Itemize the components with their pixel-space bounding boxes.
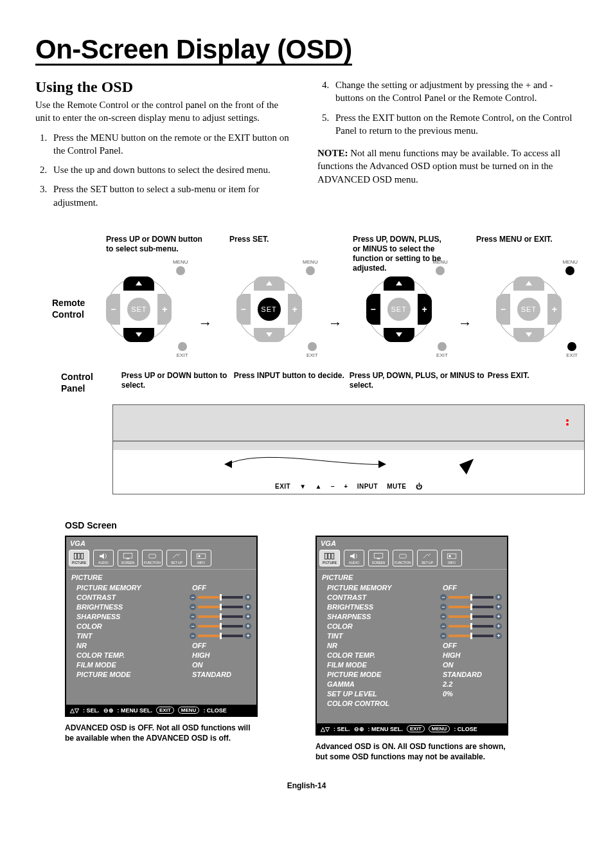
down-button-icon (254, 328, 285, 342)
svg-rect-2 (81, 554, 84, 559)
svg-rect-13 (377, 558, 380, 559)
osd-item-label: SET UP LEVEL (322, 690, 377, 698)
osd-item-label: FILM MODE (71, 661, 116, 669)
page-number: English-14 (35, 781, 578, 790)
osd-item-value: OFF (192, 584, 251, 592)
osd-caption-on: Advanced OSD is ON. All OSD functions ar… (315, 742, 508, 762)
svg-rect-17 (449, 556, 451, 557)
osd-item-label: COLOR TEMP. (322, 651, 375, 659)
osd-item-value: ON (443, 661, 502, 669)
osd-menu-item: NROFF (322, 640, 502, 650)
menu-button: MENU (303, 259, 318, 276)
osd-item-label: CONTRAST (322, 593, 366, 601)
osd-menu-item: BRIGHTNESS−+ (322, 602, 502, 611)
plus-button-icon: + (418, 294, 432, 325)
svg-rect-12 (374, 554, 383, 559)
osd-item-label: COLOR (71, 622, 102, 630)
osd-menu-item: NROFF (71, 640, 251, 650)
svg-rect-7 (197, 554, 206, 559)
osd-item-label: NR (322, 642, 337, 649)
exit-pill: EXIT (407, 725, 425, 732)
osd-section-heading: PICTURE (71, 574, 251, 581)
minus-button-icon: − (106, 294, 120, 325)
osd-tab-audio: AUDIO (344, 550, 364, 566)
set-button: SET (387, 298, 411, 321)
slider-control: −+ (190, 633, 251, 639)
minus-button-icon: − (496, 294, 510, 325)
note-text: Not all menu functions may be available.… (317, 148, 560, 185)
section-heading: Using the OSD (35, 78, 296, 96)
osd-item-value: OFF (443, 642, 502, 649)
down-button-icon (513, 328, 544, 342)
control-panel-label: ControlPanel (61, 371, 93, 394)
osd-item-value: OFF (443, 584, 502, 592)
osd-source-label: VGA (317, 537, 507, 547)
osd-menu-item: PICTURE MODESTANDARD (71, 669, 251, 679)
osd-caption-off: ADVANCED OSD is OFF. Not all OSD functio… (65, 723, 258, 743)
osd-item-value: ON (192, 661, 251, 669)
step-1: Press the MENU button on the remote or t… (49, 131, 296, 158)
minus-button-icon: − (236, 294, 251, 325)
osd-tab-setup: SET UP (166, 550, 187, 566)
panel-exit-label: EXIT (275, 483, 290, 490)
updown-icon: △▽ (70, 707, 79, 714)
plus-button-icon: + (547, 294, 562, 325)
svg-rect-5 (149, 554, 156, 558)
osd-tab-screen: SCREEN (368, 550, 389, 566)
osd-menu-item: SET UP LEVEL0% (322, 689, 502, 698)
note: NOTE: Not all menu functions may be avai… (317, 147, 578, 186)
osd-menu-item: GAMMA2.2 (322, 679, 502, 689)
osd-section-heading: PICTURE (322, 574, 502, 581)
osd-item-label: COLOR TEMP. (71, 651, 125, 659)
svg-rect-1 (78, 554, 80, 559)
osd-item-label: FILM MODE (322, 661, 367, 669)
control-caption-1: Press UP or DOWN button to select. (121, 371, 234, 390)
osd-tab-bar: PICTURE AUDIO SCREEN FUNCTION SET UP INF… (66, 547, 256, 570)
osd-menu-item: BRIGHTNESS−+ (71, 602, 251, 611)
step-5: Press the EXIT button on the Remote Cont… (332, 111, 578, 138)
osd-item-label: NR (71, 642, 87, 649)
osd-tab-info: INFO (441, 550, 462, 566)
arrow-icon: → (458, 315, 472, 332)
plus-icon: + (344, 483, 348, 490)
osd-menu-item: FILM MODEON (322, 660, 502, 669)
menu-button: MENU (432, 259, 448, 276)
slider-control: −+ (190, 594, 251, 601)
osd-item-label: SHARPNESS (322, 613, 371, 620)
steps-list-left: Press the MENU button on the remote or t… (35, 131, 296, 209)
step-3: Press the SET button to select a sub-men… (49, 183, 296, 209)
osd-menu-item: COLOR−+ (71, 621, 251, 631)
exit-button: EXIT (566, 341, 578, 358)
osd-item-label: SHARPNESS (71, 613, 120, 620)
osd-tab-audio: AUDIO (93, 550, 114, 566)
osd-item-label: PICTURE MEMORY (71, 584, 141, 592)
menu-pill: MENU (429, 725, 450, 732)
intro-paragraph: Use the Remote Control or the control pa… (35, 98, 296, 125)
osd-menu-item: FILM MODEON (71, 660, 251, 669)
down-button-icon (384, 328, 414, 342)
osd-menu-item: COLOR−+ (322, 621, 502, 631)
panel-input-label: INPUT (357, 483, 378, 490)
osd-item-label: COLOR CONTROL (322, 700, 389, 707)
osd-footer: △▽: SEL. ⊖⊕: MENU SEL. EXIT MENU : CLOSE (317, 723, 507, 734)
osd-menu-item: COLOR CONTROL (322, 698, 502, 708)
osd-footer: △▽: SEL. ⊖⊕: MENU SEL. EXIT MENU : CLOSE (66, 705, 256, 716)
svg-rect-14 (400, 554, 407, 558)
slider-control: −+ (440, 594, 502, 601)
osd-item-label: PICTURE MODE (71, 671, 130, 678)
svg-rect-8 (199, 556, 200, 557)
remote-diagram-4: MENU − + SET EXIT (483, 273, 578, 344)
down-icon: ▼ (299, 483, 306, 490)
osd-menu-item: SHARPNESS−+ (71, 611, 251, 621)
osd-item-label: GAMMA (322, 680, 355, 688)
exit-button: EXIT (436, 341, 448, 358)
plus-button-icon: + (288, 294, 302, 325)
control-caption-4: Press EXIT. (488, 371, 565, 390)
up-button-icon (254, 276, 285, 291)
exit-button: EXIT (306, 341, 318, 358)
osd-item-label: CONTRAST (71, 593, 116, 601)
power-icon: ⏻ (416, 483, 423, 490)
remote-diagram-3: MENU − + SET EXIT (353, 273, 448, 344)
page-title: On-Screen Display (OSD) (35, 35, 352, 66)
up-button-icon (384, 276, 414, 291)
